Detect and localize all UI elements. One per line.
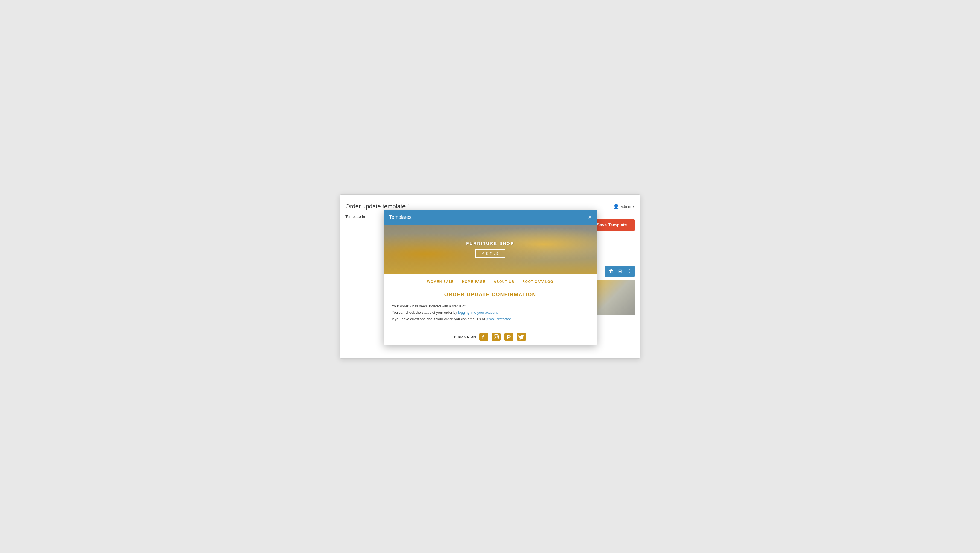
order-confirm-title: ORDER UPDATE CONFIRMATION xyxy=(392,292,589,298)
order-line-2-prefix: You can check the status of your order b… xyxy=(392,311,458,314)
admin-dropdown-icon: ▾ xyxy=(633,204,635,209)
desktop-icon[interactable]: 🖥 xyxy=(616,268,624,275)
nav-item-women-sale[interactable]: WOMEN SALE xyxy=(427,280,454,284)
nav-item-root-catalog[interactable]: ROOT CATALOG xyxy=(522,280,554,284)
social-footer: FIND US ON f xyxy=(383,328,597,344)
order-line-3-suffix: . xyxy=(512,317,513,321)
browser-window: Order update template 1 👤 admin ▾ Templa… xyxy=(340,194,640,359)
admin-label: admin xyxy=(621,204,631,209)
email-link[interactable]: [email protected] xyxy=(486,317,512,321)
hero-shop-name: FURNITURE SHOP xyxy=(466,241,514,245)
svg-point-5 xyxy=(497,335,498,336)
email-content: ORDER UPDATE CONFIRMATION Your order # h… xyxy=(383,286,597,328)
find-us-label: FIND US ON xyxy=(454,335,476,339)
nav-item-home-page[interactable]: HOME PAGE xyxy=(462,280,485,284)
toolbar-panel: 🗑 🖥 ⛶ xyxy=(605,266,635,277)
pinterest-icon[interactable]: P xyxy=(504,332,514,342)
facebook-icon[interactable]: f xyxy=(479,332,488,342)
page-title: Order update template 1 xyxy=(345,203,410,210)
order-text: Your order # has been updated with a sta… xyxy=(392,303,589,322)
email-navigation: WOMEN SALE HOME PAGE ABOUT US ROOT CATAL… xyxy=(383,274,597,286)
order-line-2: You can check the status of your order b… xyxy=(392,309,589,316)
login-link[interactable]: logging into your account xyxy=(458,311,498,314)
order-line-3-prefix: If you have questions about your order, … xyxy=(392,317,486,321)
hero-banner: FURNITURE SHOP VISIT US xyxy=(383,225,597,274)
hero-visit-button[interactable]: VISIT US xyxy=(475,249,505,258)
nav-item-about-us[interactable]: ABOUT US xyxy=(494,280,514,284)
trash-icon[interactable]: 🗑 xyxy=(607,268,616,275)
templates-modal: Templates × FURNITURE SHOP VISIT US WOME… xyxy=(383,210,597,344)
user-icon: 👤 xyxy=(613,204,619,209)
svg-text:P: P xyxy=(507,334,511,340)
order-line-2-suffix: . xyxy=(498,311,499,314)
instagram-icon[interactable] xyxy=(492,332,501,342)
page-header: Order update template 1 👤 admin ▾ xyxy=(345,203,635,210)
svg-rect-2 xyxy=(492,333,501,341)
fullscreen-icon[interactable]: ⛶ xyxy=(624,268,632,275)
svg-text:f: f xyxy=(482,335,484,340)
admin-area: 👤 admin ▾ xyxy=(613,204,635,209)
order-line-1: Your order # has been updated with a sta… xyxy=(392,303,589,309)
order-line-3: If you have questions about your order, … xyxy=(392,316,589,322)
twitter-icon[interactable] xyxy=(517,332,527,342)
modal-close-button[interactable]: × xyxy=(588,214,592,220)
modal-title: Templates xyxy=(389,214,412,220)
svg-rect-0 xyxy=(479,333,488,341)
modal-body: FURNITURE SHOP VISIT US WOMEN SALE HOME … xyxy=(383,225,597,344)
modal-header: Templates × xyxy=(383,210,597,225)
